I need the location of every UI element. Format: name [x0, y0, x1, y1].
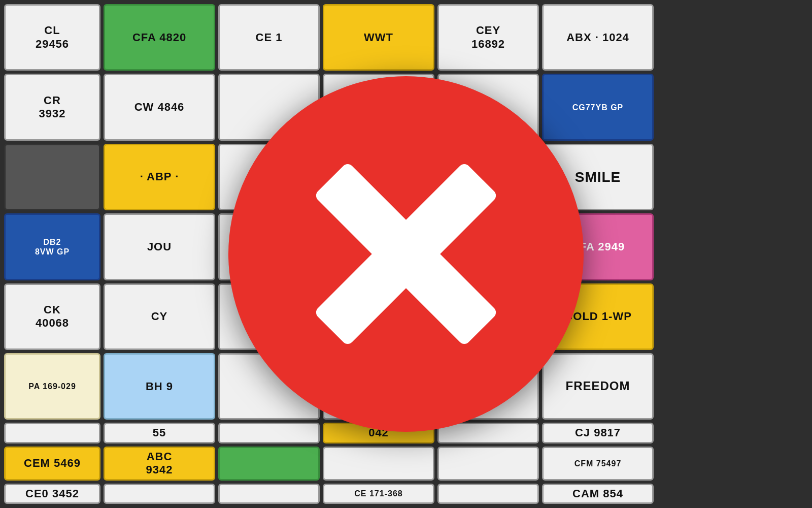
plate-cl-29456: CL29456 [4, 4, 100, 71]
plate-cfa-4820: CFA 4820 [104, 4, 215, 71]
plate-empty-16 [4, 423, 100, 443]
plate-empty-22 [104, 484, 215, 504]
plate-jou: JOU [104, 213, 215, 280]
plate-abp: · ABP · [104, 144, 215, 210]
plate-55: 55 [104, 423, 215, 443]
plate-cw-4846: CW 4846 [104, 74, 215, 140]
plate-empty-20 [323, 447, 434, 481]
plate-cfm-75497: CFM 75497 [542, 447, 654, 481]
plate-ce-1: CE 1 [218, 4, 320, 71]
x-mark-icon [299, 147, 513, 361]
plate-ck-40068: CK40068 [4, 283, 100, 350]
plate-ce-171-368: CE 171-368 [323, 484, 434, 504]
plate-ceo-3452: CE0 3452 [4, 484, 100, 504]
plate-cj-9817: CJ 9817 [542, 423, 654, 443]
plate-empty-21 [437, 447, 539, 481]
plate-wwt: WWT [323, 4, 434, 71]
plate-empty-18 [437, 423, 539, 443]
plate-cam-854: CAM 854 [542, 484, 654, 504]
plate-empty-24 [437, 484, 539, 504]
plate-empty-4 [4, 144, 100, 210]
plate-cr-3932: CR3932 [4, 74, 100, 140]
plate-bh-9: BH 9 [104, 353, 215, 420]
plate-cey-16892: CEY16892 [437, 4, 539, 71]
error-overlay-circle[interactable] [228, 76, 584, 432]
plate-abc-9342: ABC9342 [104, 447, 215, 481]
plate-cg77yb-gp: CG77YB GP [542, 74, 654, 140]
plate-cy: CY [104, 283, 215, 350]
plate-empty-23 [218, 484, 320, 504]
plate-abx-1024: ABX · 1024 [542, 4, 654, 71]
plate-pa-169-029: PA 169-029 [4, 353, 100, 420]
plate-empty-19 [218, 447, 320, 481]
plate-db2-8vwgp: DB28VW GP [4, 213, 100, 280]
main-scene: CL29456 CFA 4820 CE 1 WWT CEY16892 ABX ·… [0, 0, 812, 508]
plate-freedom: FREEDOM [542, 353, 654, 420]
plate-cem-5469: CEM 5469 [4, 447, 100, 481]
plate-empty-17 [218, 423, 320, 443]
